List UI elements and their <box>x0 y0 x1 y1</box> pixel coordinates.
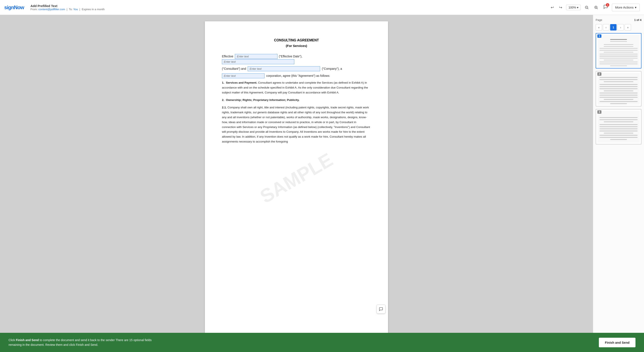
float-comment-button[interactable] <box>376 305 386 314</box>
header-subtitle: From: content@pdffiller.com | To: You | … <box>30 8 550 11</box>
effective-field[interactable]: Enter text <box>235 54 278 59</box>
section-2-heading: Ownership; Rights; Proprietary Informati… <box>225 98 300 102</box>
header-tools: ↩ ↪ 100% ▾ 1 More Actions ▾ <box>550 3 640 12</box>
svg-line-4 <box>597 8 598 9</box>
header: signNow Add Prefilled Text From: content… <box>0 0 644 15</box>
section-2-number: 2. <box>222 98 224 102</box>
consultant-line: ("Consultant") and Enter text ("Company"… <box>222 66 371 71</box>
from-label: From: <box>30 8 38 11</box>
document-title: CONSULTING AGREEMENT <box>222 38 371 42</box>
thumb-page-1-img <box>597 35 640 67</box>
prev-page-button[interactable]: ‹ <box>603 24 609 31</box>
main-layout: SAMPLE CONSULTING AGREEMENT (For Service… <box>0 15 644 352</box>
page-label: Page <box>596 18 602 22</box>
company-label: ("Company"), a <box>322 67 342 70</box>
thumbnail-page-2[interactable]: 2 <box>596 71 642 106</box>
zoom-value: 100% <box>568 6 576 9</box>
header-title-area: Add Prefilled Text From: content@pdffill… <box>30 4 550 11</box>
from-email-link[interactable]: content@pdffiller.com <box>38 8 65 11</box>
section-1: 1. Services and Payment. Consultant agre… <box>222 80 371 95</box>
footer-text: Click Finish and Send to complete the do… <box>8 338 158 347</box>
section-1-heading: Services and Payment. <box>225 81 257 84</box>
thumb-page-1-num: 1 <box>597 34 602 38</box>
redo-button[interactable]: ↪ <box>558 4 564 11</box>
comments-button[interactable]: 1 <box>602 3 609 12</box>
header-title: Add Prefilled Text <box>30 4 550 8</box>
more-actions-chevron-icon: ▾ <box>635 6 636 9</box>
document-subtitle: (For Services) <box>222 44 371 48</box>
footer-bar: Click Finish and Send to complete the do… <box>0 333 644 352</box>
thumbnail-page-1[interactable]: 1 <box>596 33 642 69</box>
thumb-page-3-num: 3 <box>597 110 602 114</box>
section-2-1-text: Company shall own all right, title and i… <box>222 106 370 143</box>
section-2: 2. Ownership; Rights; Proprietary Inform… <box>222 98 371 103</box>
watermark: SAMPLE <box>256 149 336 208</box>
zoom-chevron-icon: ▾ <box>577 6 578 9</box>
section-2-1: 2.1. Company shall own all right, title … <box>222 105 371 144</box>
thumb-page-2-num: 2 <box>597 72 602 76</box>
sidebar: Page 1 of 4 « ‹ 1 › » 1 <box>593 15 644 352</box>
effective-date-field[interactable]: Enter text <box>222 59 294 64</box>
last-page-button[interactable]: » <box>624 24 631 31</box>
next-page-button[interactable]: › <box>618 24 624 31</box>
corporation-line: Enter text corporation, agree (this "Agr… <box>222 73 371 78</box>
comment-badge: 1 <box>606 3 609 7</box>
effective-line: Effective Enter text ("Effective Date"),… <box>222 54 371 64</box>
to-label: To: <box>69 8 72 11</box>
more-actions-label: More Actions <box>615 6 634 9</box>
sidebar-header: Page 1 of 4 <box>596 18 642 22</box>
effective-label: Effective <box>222 55 233 58</box>
zoom-in-button[interactable] <box>593 4 600 11</box>
consultant-field[interactable]: Enter text <box>248 66 320 71</box>
consultant-label: ("Consultant") and <box>222 67 246 70</box>
pagination: « ‹ 1 › » <box>596 24 642 31</box>
section-2-1-number: 2.1. <box>222 106 227 109</box>
logo: signNow <box>4 5 24 11</box>
svg-line-1 <box>588 8 588 9</box>
more-actions-button[interactable]: More Actions ▾ <box>612 4 640 11</box>
zoom-out-button[interactable] <box>583 4 590 11</box>
page-count: 1 of 4 <box>634 18 642 22</box>
thumbnail-page-3[interactable]: 3 <box>596 109 642 144</box>
finish-and-send-button[interactable]: Finish and Send <box>599 338 636 347</box>
thumb-page-2-img <box>597 73 640 105</box>
corporation-field[interactable]: Enter text <box>222 73 264 78</box>
zoom-control[interactable]: 100% ▾ <box>566 5 581 10</box>
thumb-page-3-img <box>597 111 640 143</box>
corporation-label: corporation, agree (this "Agreement") as… <box>266 74 330 77</box>
undo-button[interactable]: ↩ <box>550 4 555 11</box>
document-area: SAMPLE CONSULTING AGREEMENT (For Service… <box>0 15 593 352</box>
section-1-number: 1. <box>222 81 224 84</box>
page-1-button[interactable]: 1 <box>610 24 616 31</box>
to-value-link[interactable]: You <box>73 8 78 11</box>
page-1: SAMPLE CONSULTING AGREEMENT (For Service… <box>205 21 388 335</box>
effective-date-label: ("Effective Date"), <box>278 55 303 58</box>
expires-text: Expires in a month <box>82 8 105 11</box>
first-page-button[interactable]: « <box>596 24 602 31</box>
